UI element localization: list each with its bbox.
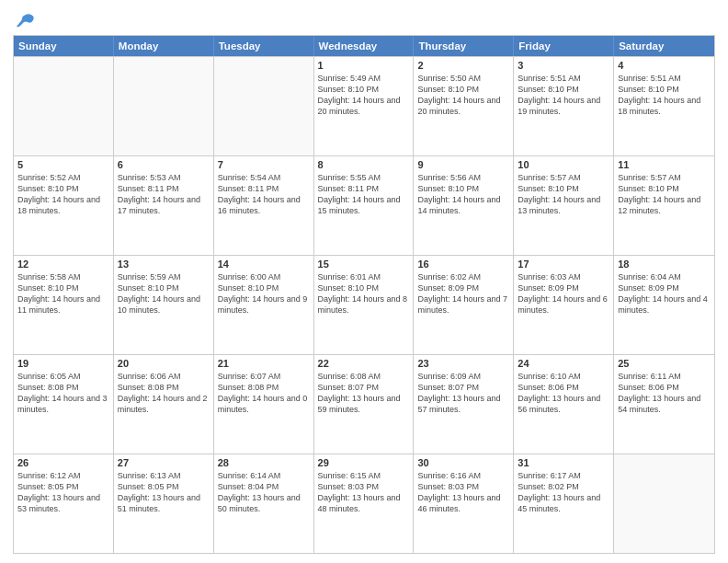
day-cell-30: 30Sunrise: 6:16 AM Sunset: 8:03 PM Dayli… [414, 454, 514, 553]
week-row-1: 1Sunrise: 5:49 AM Sunset: 8:10 PM Daylig… [14, 56, 714, 155]
empty-cell-4-6 [614, 454, 714, 553]
day-cell-14: 14Sunrise: 6:00 AM Sunset: 8:10 PM Dayli… [214, 256, 314, 354]
day-info: Sunrise: 5:56 AM Sunset: 8:10 PM Dayligh… [417, 172, 509, 217]
day-info: Sunrise: 6:06 AM Sunset: 8:08 PM Dayligh… [118, 371, 210, 416]
day-info: Sunrise: 6:15 AM Sunset: 8:03 PM Dayligh… [318, 470, 410, 515]
day-info: Sunrise: 5:53 AM Sunset: 8:11 PM Dayligh… [118, 172, 210, 217]
day-info: Sunrise: 6:08 AM Sunset: 8:07 PM Dayligh… [318, 371, 410, 416]
day-number: 31 [518, 457, 609, 468]
day-number: 17 [518, 259, 609, 270]
week-row-3: 12Sunrise: 5:58 AM Sunset: 8:10 PM Dayli… [14, 255, 714, 354]
day-number: 29 [318, 457, 410, 468]
page: SundayMondayTuesdayWednesdayThursdayFrid… [0, 0, 728, 563]
day-cell-23: 23Sunrise: 6:09 AM Sunset: 8:07 PM Dayli… [414, 355, 514, 454]
day-info: Sunrise: 6:16 AM Sunset: 8:03 PM Dayligh… [417, 470, 509, 515]
day-number: 11 [618, 159, 711, 170]
day-cell-24: 24Sunrise: 6:10 AM Sunset: 8:06 PM Dayli… [514, 355, 614, 454]
day-cell-19: 19Sunrise: 6:05 AM Sunset: 8:08 PM Dayli… [14, 355, 114, 454]
empty-cell-0-0 [14, 57, 114, 155]
day-cell-2: 2Sunrise: 5:50 AM Sunset: 8:10 PM Daylig… [414, 57, 514, 155]
day-number: 21 [218, 358, 310, 369]
day-cell-18: 18Sunrise: 6:04 AM Sunset: 8:09 PM Dayli… [614, 256, 714, 354]
empty-cell-0-2 [214, 57, 314, 155]
day-info: Sunrise: 5:58 AM Sunset: 8:10 PM Dayligh… [17, 271, 109, 316]
day-info: Sunrise: 5:49 AM Sunset: 8:10 PM Dayligh… [318, 73, 410, 118]
day-cell-15: 15Sunrise: 6:01 AM Sunset: 8:10 PM Dayli… [314, 256, 415, 354]
day-number: 22 [318, 358, 410, 369]
logo-bird-icon [15, 13, 35, 29]
day-info: Sunrise: 6:12 AM Sunset: 8:05 PM Dayligh… [17, 470, 109, 515]
calendar-header: SundayMondayTuesdayWednesdayThursdayFrid… [14, 36, 714, 56]
day-number: 1 [318, 60, 410, 71]
day-cell-13: 13Sunrise: 5:59 AM Sunset: 8:10 PM Dayli… [114, 256, 214, 354]
week-row-5: 26Sunrise: 6:12 AM Sunset: 8:05 PM Dayli… [14, 454, 714, 553]
day-number: 3 [518, 60, 609, 71]
calendar: SundayMondayTuesdayWednesdayThursdayFrid… [13, 35, 715, 554]
day-number: 24 [518, 358, 609, 369]
day-info: Sunrise: 6:14 AM Sunset: 8:04 PM Dayligh… [218, 470, 310, 515]
day-cell-17: 17Sunrise: 6:03 AM Sunset: 8:09 PM Dayli… [514, 256, 614, 354]
day-header-saturday: Saturday [614, 36, 714, 56]
day-number: 12 [17, 259, 109, 270]
day-number: 30 [417, 457, 509, 468]
day-cell-31: 31Sunrise: 6:17 AM Sunset: 8:02 PM Dayli… [514, 454, 614, 553]
day-info: Sunrise: 6:13 AM Sunset: 8:05 PM Dayligh… [118, 470, 210, 515]
day-info: Sunrise: 6:17 AM Sunset: 8:02 PM Dayligh… [518, 470, 609, 515]
day-number: 13 [118, 259, 210, 270]
day-header-friday: Friday [514, 36, 614, 56]
day-info: Sunrise: 5:51 AM Sunset: 8:10 PM Dayligh… [518, 73, 609, 118]
day-number: 5 [17, 159, 109, 170]
day-number: 20 [118, 358, 210, 369]
day-cell-27: 27Sunrise: 6:13 AM Sunset: 8:05 PM Dayli… [114, 454, 214, 553]
day-info: Sunrise: 5:59 AM Sunset: 8:10 PM Dayligh… [118, 271, 210, 316]
day-info: Sunrise: 6:07 AM Sunset: 8:08 PM Dayligh… [218, 371, 310, 416]
day-cell-21: 21Sunrise: 6:07 AM Sunset: 8:08 PM Dayli… [214, 355, 314, 454]
header [13, 9, 715, 29]
day-number: 14 [218, 259, 310, 270]
day-cell-5: 5Sunrise: 5:52 AM Sunset: 8:10 PM Daylig… [14, 156, 114, 255]
day-cell-22: 22Sunrise: 6:08 AM Sunset: 8:07 PM Dayli… [314, 355, 415, 454]
day-number: 28 [218, 457, 310, 468]
day-info: Sunrise: 6:10 AM Sunset: 8:06 PM Dayligh… [518, 371, 609, 416]
day-info: Sunrise: 5:50 AM Sunset: 8:10 PM Dayligh… [417, 73, 509, 118]
day-info: Sunrise: 5:55 AM Sunset: 8:11 PM Dayligh… [318, 172, 410, 217]
day-info: Sunrise: 5:57 AM Sunset: 8:10 PM Dayligh… [518, 172, 609, 217]
calendar-body: 1Sunrise: 5:49 AM Sunset: 8:10 PM Daylig… [14, 56, 714, 553]
day-number: 4 [618, 60, 711, 71]
day-header-sunday: Sunday [14, 36, 114, 56]
day-number: 23 [417, 358, 509, 369]
day-number: 25 [618, 358, 711, 369]
day-cell-9: 9Sunrise: 5:56 AM Sunset: 8:10 PM Daylig… [414, 156, 514, 255]
day-cell-12: 12Sunrise: 5:58 AM Sunset: 8:10 PM Dayli… [14, 256, 114, 354]
day-info: Sunrise: 6:04 AM Sunset: 8:09 PM Dayligh… [618, 271, 711, 316]
day-cell-11: 11Sunrise: 5:57 AM Sunset: 8:10 PM Dayli… [614, 156, 714, 255]
day-cell-1: 1Sunrise: 5:49 AM Sunset: 8:10 PM Daylig… [314, 57, 415, 155]
day-header-monday: Monday [114, 36, 214, 56]
logo [13, 13, 35, 29]
day-info: Sunrise: 6:05 AM Sunset: 8:08 PM Dayligh… [17, 371, 109, 416]
day-number: 27 [118, 457, 210, 468]
day-number: 18 [618, 259, 711, 270]
day-info: Sunrise: 6:00 AM Sunset: 8:10 PM Dayligh… [218, 271, 310, 316]
day-number: 8 [318, 159, 410, 170]
day-info: Sunrise: 6:09 AM Sunset: 8:07 PM Dayligh… [417, 371, 509, 416]
day-info: Sunrise: 5:57 AM Sunset: 8:10 PM Dayligh… [618, 172, 711, 217]
day-info: Sunrise: 5:52 AM Sunset: 8:10 PM Dayligh… [17, 172, 109, 217]
day-header-wednesday: Wednesday [314, 36, 415, 56]
day-number: 16 [417, 259, 509, 270]
day-cell-3: 3Sunrise: 5:51 AM Sunset: 8:10 PM Daylig… [514, 57, 614, 155]
day-cell-29: 29Sunrise: 6:15 AM Sunset: 8:03 PM Dayli… [314, 454, 415, 553]
day-header-thursday: Thursday [414, 36, 514, 56]
day-info: Sunrise: 6:03 AM Sunset: 8:09 PM Dayligh… [518, 271, 609, 316]
day-number: 26 [17, 457, 109, 468]
day-cell-16: 16Sunrise: 6:02 AM Sunset: 8:09 PM Dayli… [414, 256, 514, 354]
day-cell-10: 10Sunrise: 5:57 AM Sunset: 8:10 PM Dayli… [514, 156, 614, 255]
day-cell-8: 8Sunrise: 5:55 AM Sunset: 8:11 PM Daylig… [314, 156, 415, 255]
day-cell-26: 26Sunrise: 6:12 AM Sunset: 8:05 PM Dayli… [14, 454, 114, 553]
day-cell-4: 4Sunrise: 5:51 AM Sunset: 8:10 PM Daylig… [614, 57, 714, 155]
day-number: 10 [518, 159, 609, 170]
day-info: Sunrise: 6:01 AM Sunset: 8:10 PM Dayligh… [318, 271, 410, 316]
day-info: Sunrise: 6:02 AM Sunset: 8:09 PM Dayligh… [417, 271, 509, 316]
day-cell-20: 20Sunrise: 6:06 AM Sunset: 8:08 PM Dayli… [114, 355, 214, 454]
day-number: 7 [218, 159, 310, 170]
